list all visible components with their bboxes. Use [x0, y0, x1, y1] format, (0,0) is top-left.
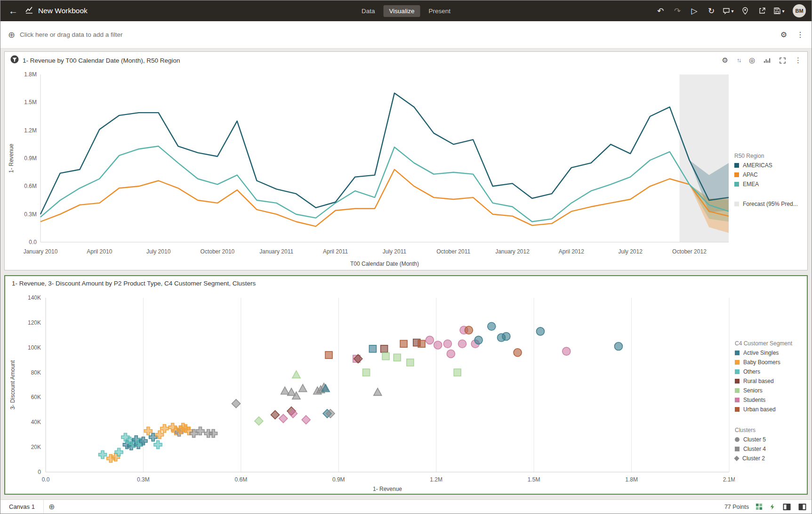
scatter-point-circle[interactable]: [514, 348, 522, 356]
scatter-point-plus[interactable]: [99, 450, 107, 458]
scatter-point-circle[interactable]: [458, 340, 466, 348]
viz1-sort-icon[interactable]: ↑↓: [737, 57, 740, 64]
svg-text:20K: 20K: [31, 444, 41, 450]
legend-item[interactable]: AMERICAS: [734, 162, 802, 169]
tab-visualize[interactable]: Visualize: [384, 5, 420, 17]
preview-icon[interactable]: ▷: [687, 6, 701, 16]
scatter-point-circle[interactable]: [447, 350, 455, 358]
legend-swatch-circle: [735, 437, 740, 442]
scatter-point-triangle[interactable]: [374, 388, 382, 395]
legend-item[interactable]: EMEA: [734, 181, 802, 188]
legend-label: AMERICAS: [743, 162, 772, 169]
legend-swatch-diamond: [734, 456, 739, 461]
pin-icon[interactable]: [738, 7, 752, 15]
legend-item[interactable]: Others: [735, 368, 803, 375]
add-filter-icon[interactable]: ⊕: [8, 30, 15, 40]
scatter-point-circle[interactable]: [465, 326, 473, 334]
scatter-point-diamond[interactable]: [302, 416, 310, 424]
svg-text:2.1M: 2.1M: [723, 476, 735, 483]
line-series-emea[interactable]: [40, 146, 729, 221]
legend-item[interactable]: Seniors: [735, 387, 803, 394]
tab-data[interactable]: Data: [356, 5, 381, 17]
canvas-grid-icon[interactable]: [756, 503, 763, 510]
legend-swatch-square: [735, 447, 740, 451]
viz1-chart-type-icon[interactable]: [764, 57, 771, 64]
scatter-chart[interactable]: 0.00.3M0.6M0.9M1.2M1.5M1.8M2.1M020K40K60…: [5, 291, 735, 492]
scatter-point-square[interactable]: [454, 369, 461, 376]
scatter-point-circle[interactable]: [426, 336, 434, 344]
tab-present[interactable]: Present: [423, 5, 456, 17]
scatter-point-plus[interactable]: [154, 441, 162, 449]
back-button[interactable]: ←: [6, 6, 20, 16]
scatter-point-circle[interactable]: [563, 347, 571, 355]
scatter-point-square[interactable]: [400, 340, 407, 347]
toggle-right-panel-icon[interactable]: [798, 503, 807, 511]
viz-line-chart[interactable]: 1- Revenue by T00 Calendar Date (Month),…: [4, 51, 808, 270]
legend-item[interactable]: APAC: [734, 171, 802, 178]
scatter-point-diamond[interactable]: [279, 414, 288, 423]
scatter-point-circle[interactable]: [536, 327, 544, 335]
save-dropdown-icon[interactable]: ▾: [772, 7, 786, 15]
scatter-point-square[interactable]: [381, 345, 388, 352]
add-canvas-icon[interactable]: ⊕: [48, 502, 55, 511]
scatter-point-triangle[interactable]: [292, 370, 300, 378]
viz-scatter-chart[interactable]: 1- Revenue, 3- Discount Amount by P2 Pro…: [4, 275, 808, 495]
scatter-point-diamond[interactable]: [232, 399, 240, 408]
viz1-menu-icon[interactable]: ⋮: [795, 56, 802, 65]
scatter-point-diamond[interactable]: [255, 416, 263, 425]
legend-item[interactable]: Urban based: [735, 406, 803, 413]
viz1-maximize-icon[interactable]: [779, 57, 786, 64]
filter-bar[interactable]: ⊕ Click here or drag data to add a filte…: [0, 21, 812, 49]
line-series-apac[interactable]: [40, 170, 729, 227]
scatter-point-circle[interactable]: [443, 340, 451, 348]
line-series-americas[interactable]: [40, 93, 729, 214]
line-chart[interactable]: 0.00.3M0.6M0.9M1.2M1.5M1.8MJanuary 2010A…: [5, 69, 734, 269]
scatter-point-square[interactable]: [394, 354, 401, 361]
scatter-point-square[interactable]: [363, 369, 370, 376]
redo-icon[interactable]: ↷: [670, 6, 684, 16]
scatter-point-circle[interactable]: [614, 342, 622, 350]
scatter-point-square[interactable]: [369, 345, 376, 352]
toggle-left-panel-icon[interactable]: [782, 503, 791, 511]
scatter-point-circle[interactable]: [488, 322, 496, 330]
scatter-point-square[interactable]: [382, 352, 389, 359]
filter-settings-icon[interactable]: ⚙: [780, 30, 787, 39]
legend-item[interactable]: Forecast (95% Pred...: [734, 201, 802, 207]
scatter-point-triangle[interactable]: [281, 387, 289, 394]
scatter-point-square[interactable]: [418, 340, 425, 347]
scatter-point-plus[interactable]: [144, 427, 152, 435]
scatter-point-circle[interactable]: [434, 341, 442, 349]
legend-label: Cluster 2: [742, 455, 765, 462]
legend-item[interactable]: Cluster 2: [735, 455, 803, 462]
scatter-point-diamond[interactable]: [271, 410, 279, 419]
canvas-tab[interactable]: Canvas 1: [0, 500, 44, 514]
open-in-new-icon[interactable]: [755, 7, 769, 15]
scatter-point-square[interactable]: [407, 359, 414, 366]
filter-indicator-icon[interactable]: [10, 55, 19, 65]
viz1-settings-icon[interactable]: ⚙: [722, 56, 728, 65]
legend-item[interactable]: Students: [735, 397, 803, 403]
scatter-point-circle[interactable]: [502, 332, 510, 340]
legend-item[interactable]: Rural based: [735, 378, 803, 384]
legend-item[interactable]: Baby Boomers: [735, 359, 803, 366]
filter-prompt[interactable]: Click here or drag data to add a filter: [20, 31, 122, 38]
filter-bar-menu-icon[interactable]: ⋮: [796, 30, 804, 39]
user-avatar[interactable]: BM: [793, 4, 806, 17]
viz1-target-icon[interactable]: ◎: [749, 56, 755, 65]
auto-apply-lightning-icon[interactable]: [769, 503, 776, 510]
legend-label: Active Singles: [743, 350, 779, 356]
scatter-point-plus[interactable]: [209, 429, 217, 437]
caret-down-icon: ▾: [782, 8, 784, 14]
legend-item[interactable]: Active Singles: [735, 350, 803, 356]
undo-icon[interactable]: ↶: [653, 6, 667, 16]
legend-swatch-square: [735, 379, 740, 383]
scatter-point-triangle[interactable]: [288, 388, 296, 395]
refresh-data-icon[interactable]: ↻: [704, 6, 718, 16]
legend-item[interactable]: Cluster 5: [735, 436, 803, 443]
scatter-point-triangle[interactable]: [299, 384, 307, 392]
comments-dropdown-icon[interactable]: ▾: [721, 7, 735, 15]
scatter-point-circle[interactable]: [474, 336, 482, 344]
scatter-point-square[interactable]: [325, 351, 332, 359]
legend-item[interactable]: Cluster 4: [735, 446, 803, 452]
scatter-point-plus[interactable]: [161, 424, 169, 432]
